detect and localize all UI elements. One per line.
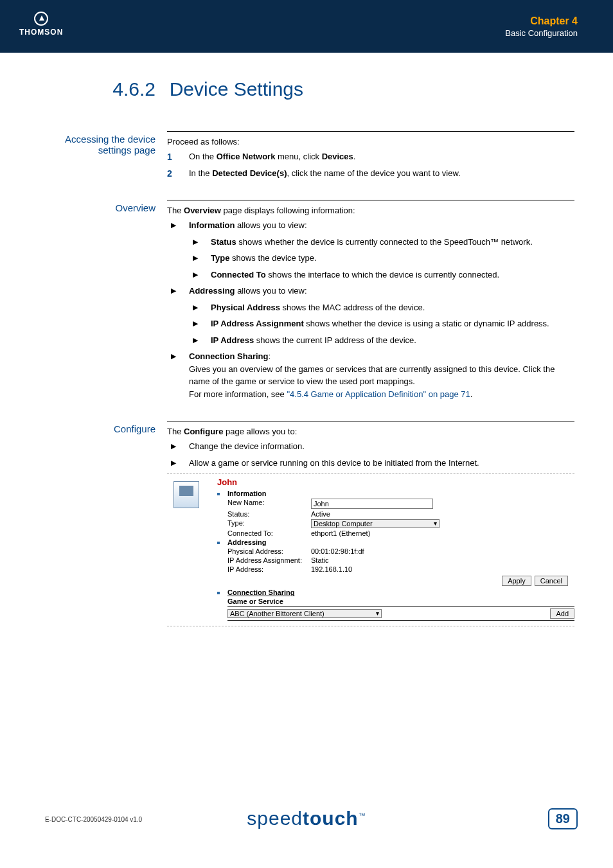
text: The bbox=[167, 206, 184, 215]
type-label: Type: bbox=[227, 519, 311, 528]
device-name: John bbox=[217, 477, 574, 487]
text: . bbox=[470, 389, 473, 399]
section-heading: 4.6.2 Device Settings bbox=[39, 78, 574, 100]
panel-cs-heading: Connection Sharing bbox=[227, 589, 574, 596]
chapter-subtitle: Basic Configuration bbox=[505, 28, 578, 38]
ipasgn-label: IP Address Assignment: bbox=[227, 556, 311, 564]
bold-text: Physical Address bbox=[211, 303, 280, 312]
text: : bbox=[269, 351, 271, 361]
trademark-icon: ™ bbox=[359, 811, 366, 819]
text: Gives you an overview of the games or se… bbox=[189, 364, 555, 387]
bold-text: Overview bbox=[184, 206, 221, 215]
bullet-connection-sharing: Connection Sharing: Gives you an overvie… bbox=[167, 350, 574, 400]
text: shows the interface to which the device … bbox=[266, 270, 499, 279]
accessing-lead: Proceed as follows: bbox=[167, 137, 574, 146]
text: For more information, see bbox=[189, 389, 287, 399]
configure-bullet-1: Change the device information. bbox=[167, 440, 574, 453]
panel-section-cs: Connection Sharing Game or Service ABC (… bbox=[217, 589, 574, 621]
bullet-type: Type shows the device type. bbox=[189, 252, 574, 265]
configure-block: Configure The Configure page allows you … bbox=[39, 421, 574, 626]
ipaddr-value: 192.168.1.10 bbox=[311, 565, 352, 573]
bullet-connected-to: Connected To shows the interface to whic… bbox=[189, 269, 574, 281]
bullet-addressing: Addressing allows you to view: Physical … bbox=[167, 285, 574, 346]
panel-addressing-heading: Addressing bbox=[227, 538, 574, 546]
configure-body: The Configure page allows you to: Change… bbox=[167, 421, 574, 626]
text: The bbox=[167, 427, 184, 436]
add-button[interactable]: Add bbox=[550, 608, 574, 619]
header-right: Chapter 4 Basic Configuration bbox=[505, 15, 578, 38]
bold-text: IP Address Assignment bbox=[211, 319, 304, 328]
text: shows the device type. bbox=[229, 253, 316, 263]
bold-text: Connected To bbox=[211, 270, 266, 279]
text: In the bbox=[189, 168, 212, 178]
text: allows you to view: bbox=[235, 220, 307, 230]
text: shows the MAC address of the device. bbox=[280, 303, 425, 312]
bold-text: Information bbox=[189, 220, 235, 230]
game-service-select[interactable]: ABC (Another Bittorent Client) bbox=[227, 609, 382, 618]
panel-section-addressing: Addressing Physical Address:00:01:02:98:… bbox=[217, 538, 574, 586]
text: menu, click bbox=[275, 152, 321, 161]
bold-text: Addressing bbox=[189, 286, 235, 296]
text: . bbox=[353, 152, 356, 161]
bullet-ip-address: IP Address shows the current IP address … bbox=[189, 334, 574, 347]
bold-text: Connection Sharing bbox=[189, 351, 269, 361]
device-panel: John Information New Name: Status:Active… bbox=[167, 473, 574, 626]
configure-bullet-2: Allow a game or service running on this … bbox=[167, 457, 574, 470]
page-footer: E-DOC-CTC-20050429-0104 v1.0 speedtouch™… bbox=[0, 781, 613, 838]
overview-block: Overview The Overview page displays foll… bbox=[39, 200, 574, 404]
brand-logo: speedtouch™ bbox=[247, 808, 366, 829]
newname-input[interactable] bbox=[311, 499, 433, 509]
physaddr-label: Physical Address: bbox=[227, 547, 311, 555]
step-1: 1 On the Office Network menu, click Devi… bbox=[167, 150, 574, 163]
apply-button[interactable]: Apply bbox=[502, 576, 531, 586]
connected-to-value: ethport1 (Ethernet) bbox=[311, 529, 370, 537]
logo-text: THOMSON bbox=[19, 28, 63, 37]
ipasgn-value: Static bbox=[311, 556, 329, 564]
bullet-status: Status shows whether the device is curre… bbox=[189, 236, 574, 249]
bold-text: Devices bbox=[322, 152, 353, 161]
bold-text: Detected Device(s) bbox=[212, 168, 287, 178]
text: On the bbox=[189, 152, 217, 161]
accessing-block: Accessing the device settings page Proce… bbox=[39, 131, 574, 183]
device-icon-col bbox=[167, 477, 202, 622]
type-select[interactable]: Desktop Computer bbox=[311, 519, 440, 528]
text: shows the current IP address of the devi… bbox=[254, 335, 416, 345]
configure-lead: The Configure page allows you to: bbox=[167, 427, 574, 436]
status-value: Active bbox=[311, 510, 330, 518]
doc-id: E-DOC-CTC-20050429-0104 v1.0 bbox=[45, 816, 142, 823]
header-bar: THOMSON Chapter 4 Basic Configuration bbox=[0, 0, 613, 53]
bullet-physical-address: Physical Address shows the MAC address o… bbox=[189, 301, 574, 314]
logo: THOMSON bbox=[19, 12, 63, 37]
accessing-body: Proceed as follows: 1 On the Office Netw… bbox=[167, 131, 574, 183]
overview-lead: The Overview page displays following inf… bbox=[167, 206, 574, 215]
brand-part2: touch bbox=[303, 808, 359, 829]
status-label: Status: bbox=[227, 510, 311, 518]
section-title: Device Settings bbox=[170, 78, 303, 100]
text: page displays following information: bbox=[221, 206, 355, 215]
bold-text: Configure bbox=[184, 427, 223, 436]
overview-heading: Overview bbox=[39, 200, 167, 404]
cs-column-header: Game or Service bbox=[227, 596, 574, 607]
cancel-button[interactable]: Cancel bbox=[535, 576, 568, 586]
text: allows you to view: bbox=[235, 286, 307, 296]
xref-link[interactable]: "4.5.4 Game or Application Definition" o… bbox=[287, 389, 470, 399]
brand-part1: speed bbox=[247, 808, 303, 829]
panel-section-info: Information New Name: Status:Active Type… bbox=[217, 490, 574, 537]
step-number: 1 bbox=[167, 150, 172, 164]
computer-icon bbox=[173, 481, 199, 508]
section-number: 4.6.2 bbox=[39, 78, 167, 100]
chapter-label: Chapter 4 bbox=[505, 15, 578, 27]
accessing-heading: Accessing the device settings page bbox=[39, 131, 167, 183]
text: , click the name of the device you want … bbox=[287, 168, 460, 178]
page-number: 89 bbox=[548, 808, 578, 829]
bold-text: IP Address bbox=[211, 335, 254, 345]
physaddr-value: 00:01:02:98:1f:df bbox=[311, 547, 364, 555]
bold-text: Type bbox=[211, 253, 229, 263]
thomson-logo-icon bbox=[34, 12, 48, 26]
text: shows whether the device is currently co… bbox=[236, 237, 533, 247]
text: page allows you to: bbox=[223, 427, 297, 436]
newname-label: New Name: bbox=[227, 499, 311, 509]
page-content: 4.6.2 Device Settings Accessing the devi… bbox=[0, 53, 613, 626]
ipaddr-label: IP Address: bbox=[227, 565, 311, 573]
bold-text: Office Network bbox=[217, 152, 276, 161]
